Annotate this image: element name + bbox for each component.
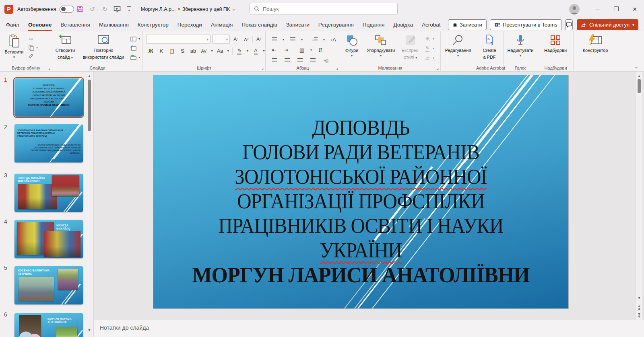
editing-button[interactable]: Редагування ▾	[441, 31, 475, 64]
quick-styles-button[interactable]: Експрес- стилі ▾	[398, 31, 423, 64]
layout-chevron-icon[interactable]: ▾	[138, 37, 141, 41]
align-text-button[interactable]: ⇵	[316, 46, 325, 54]
tab-file[interactable]: Файл	[2, 19, 24, 31]
collapse-ribbon-button[interactable]: ⌄	[634, 64, 638, 70]
addins-button[interactable]: Надбудови	[538, 31, 573, 64]
search-input[interactable]: Пошук	[250, 3, 398, 15]
section-chevron-icon[interactable]: ▾	[138, 55, 141, 59]
outline-chevron-icon[interactable]: ▾	[432, 47, 435, 50]
slide-layout-button[interactable]	[129, 35, 138, 43]
dictate-button[interactable]: Надиктувати ▾	[504, 31, 537, 64]
clear-formatting-button[interactable]: A◊	[254, 35, 263, 43]
align-right-button[interactable]	[295, 56, 304, 65]
previous-slide-button[interactable]: ▲▲	[636, 305, 642, 310]
grow-font-button[interactable]: A^	[231, 35, 240, 43]
tab-acrobat[interactable]: Acrobat	[417, 19, 445, 31]
thumbnail-slide-2[interactable]: ЗОЛОТОНІСЬКА РАЙОННА ОРГАНІЗАЦІЯ ВЕТЕРАН…	[14, 124, 83, 162]
effects-chevron-icon[interactable]: ▾	[432, 56, 435, 60]
close-button[interactable]: ×	[625, 0, 644, 18]
drawing-dialog-launcher[interactable]: ⌟	[437, 66, 439, 70]
powerpoint-logo-icon[interactable]: P	[4, 5, 13, 14]
thumbnail-slide-4[interactable]: НІКОГДА МИХАЙЛО МИКОЛАЙОВИЧ	[14, 220, 83, 258]
font-dialog-launcher[interactable]: ⌟	[262, 66, 264, 70]
tab-draw[interactable]: Малювання	[95, 19, 133, 31]
slide-title-textbox[interactable]: ДОПОВІДЬ ГОЛОВИ РАДИ ВЕТЕРАНІВ ЗОЛОТОНІС…	[153, 115, 568, 287]
paragraph-dialog-launcher[interactable]: ⌟	[336, 66, 338, 70]
next-slide-button[interactable]: ▼▼	[636, 313, 642, 318]
tab-slideshow[interactable]: Показ слайдів	[237, 19, 281, 31]
minimize-button[interactable]: –	[588, 0, 607, 18]
justify-button[interactable]	[308, 56, 317, 65]
thumbnail-slide-1[interactable]: ДОПОВІДЬ ГОЛОВИ РАДИ ВЕТЕРАНІВ ЗОЛОТОНІС…	[14, 78, 83, 117]
saved-status[interactable]: Збережено у цей ПК	[182, 6, 230, 12]
thumbnail-slide-6[interactable]: МОРГУН ЛАРИСА АНАТОЛІЇВНА	[14, 313, 83, 337]
columns-chevron-icon[interactable]: ▾	[310, 48, 313, 52]
reset-slide-button[interactable]	[129, 44, 138, 52]
scroll-up-icon[interactable]: ▲	[636, 74, 642, 78]
shape-effects-button[interactable]: ▱	[423, 54, 432, 62]
tab-transitions[interactable]: Переходи	[173, 19, 206, 31]
text-shadow-button[interactable]: S	[179, 47, 186, 55]
copy-button[interactable]	[27, 43, 35, 52]
tab-home[interactable]: Основне	[24, 19, 56, 31]
designer-button[interactable]: Конструктор	[574, 31, 617, 64]
comments-button[interactable]	[565, 19, 573, 30]
slide-canvas[interactable]: ДОПОВІДЬ ГОЛОВИ РАДИ ВЕТЕРАНІВ ЗОЛОТОНІС…	[153, 75, 569, 309]
reuse-slides-button[interactable]: Повторно використати слайди	[78, 31, 129, 64]
thumb-scroll-down-icon[interactable]: ▼	[87, 328, 92, 332]
cut-button[interactable]: ✂	[27, 35, 35, 43]
tab-help[interactable]: Довідка	[389, 19, 417, 31]
new-slide-button[interactable]: Створити слайд ▾	[52, 31, 78, 64]
font-color-button[interactable]: А	[252, 47, 260, 55]
tab-animations[interactable]: Анімація	[206, 19, 237, 31]
spacing-chevron-icon[interactable]: ▾	[211, 49, 213, 53]
editor-vertical-scrollbar[interactable]: ▲ ▼ ▲▲ ▼▼	[636, 72, 642, 320]
fill-chevron-icon[interactable]: ▾	[432, 37, 435, 41]
tab-view[interactable]: Подання	[358, 19, 389, 31]
redo-button[interactable]: ↻	[99, 3, 111, 15]
line-spacing-button[interactable]: ↕	[310, 35, 319, 44]
share-button[interactable]: Спільний доступ ▾	[577, 19, 638, 30]
convert-smartart-button[interactable]	[321, 56, 330, 65]
shapes-button[interactable]: Фігури ▾	[340, 31, 363, 64]
save-button[interactable]	[74, 3, 86, 15]
arrange-button[interactable]: Упорядкувати ▾	[363, 31, 398, 64]
font-name-select[interactable]: ▾	[146, 35, 211, 44]
present-in-teams-button[interactable]: T Презентувати в Teams	[490, 19, 562, 30]
text-direction-button[interactable]: ↓A	[329, 35, 338, 44]
quick-access-overflow-button[interactable]: ⌄	[123, 3, 135, 15]
decrease-indent-button[interactable]: ⇤	[270, 46, 279, 54]
tab-design[interactable]: Конструктор	[133, 19, 173, 31]
numbering-button[interactable]	[288, 35, 297, 44]
saved-status-chevron-icon[interactable]: ⌄	[232, 6, 235, 12]
clipboard-dialog-launcher[interactable]: ⌟	[48, 66, 50, 70]
tab-record[interactable]: Записати	[282, 19, 314, 31]
shape-outline-button[interactable]: ✎	[423, 44, 432, 53]
notes-pane[interactable]: Нотатки до слайда	[94, 320, 644, 337]
line-spacing-chevron-icon[interactable]: ▾	[322, 38, 326, 41]
thumbnail-scrollbar[interactable]: ▲ ▼	[87, 74, 92, 335]
scroll-down-icon[interactable]: ▼	[636, 296, 642, 300]
align-center-button[interactable]	[283, 56, 291, 65]
bullets-chevron-icon[interactable]: ▾	[282, 38, 285, 41]
autosave-toggle[interactable]	[60, 6, 74, 13]
document-title[interactable]: Моргун Л.А.р...	[141, 6, 176, 12]
increase-indent-button[interactable]: ⇥	[282, 46, 291, 54]
shrink-font-button[interactable]: A˅	[242, 35, 251, 43]
thumbnail-slide-5[interactable]: НОСЕНКО ВАЛЕНТИНА ПЕТРІВНА	[14, 266, 83, 304]
font-color-chevron-icon[interactable]: ▾	[262, 49, 265, 53]
thumb-scroll-thumb[interactable]	[88, 80, 91, 131]
numbering-chevron-icon[interactable]: ▾	[300, 38, 303, 41]
highlight-chevron-icon[interactable]: ▾	[246, 49, 249, 53]
scroll-thumb[interactable]	[638, 79, 641, 93]
highlight-color-button[interactable]: ✎	[235, 47, 243, 55]
bullets-button[interactable]	[270, 35, 279, 44]
underline-button[interactable]: П	[168, 47, 176, 55]
italic-button[interactable]: K	[157, 47, 165, 55]
copy-chevron-icon[interactable]: ▾	[35, 46, 39, 49]
font-size-select[interactable]: ▾	[212, 35, 230, 44]
strikethrough-button[interactable]: ab	[189, 47, 197, 55]
bold-button[interactable]: Ж	[147, 47, 155, 55]
tab-review[interactable]: Рецензування	[314, 19, 358, 31]
record-button[interactable]: ◉ Записати	[448, 19, 486, 30]
